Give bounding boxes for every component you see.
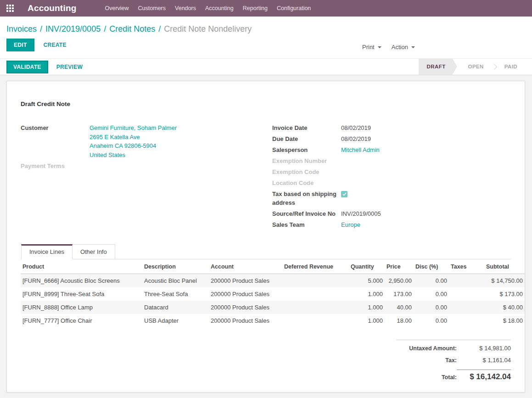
create-button[interactable]: CREATE	[38, 39, 72, 51]
caret-down-icon	[378, 46, 381, 48]
validate-button[interactable]: VALIDATE	[6, 61, 48, 73]
sheet-title: Draft Credit Note	[21, 81, 511, 107]
tab-other-info[interactable]: Other Info	[73, 244, 115, 259]
top-navbar: Accounting Overview Customers Vendors Ac…	[0, 0, 532, 17]
nav-item-configuration[interactable]: Configuration	[272, 0, 315, 17]
deferred-revenue-cell	[282, 287, 349, 301]
description-cell: Three-Seat Sofa	[142, 287, 209, 301]
total-value: $ 16,142.04	[457, 370, 511, 381]
untaxed-amount-label: Untaxed Amount:	[409, 345, 457, 352]
disc-cell: 0.00	[414, 314, 449, 327]
app-title[interactable]: Accounting	[28, 3, 77, 13]
salesperson-link[interactable]: Mitchell Admin	[341, 146, 380, 153]
tax-row: Tax: $ 1,161.04	[396, 357, 511, 364]
customer-name-link[interactable]: Gemini Furniture, Soham Palmer	[90, 123, 177, 133]
total-row: Total: $ 16,142.04	[396, 369, 511, 381]
quantity-cell: 5.000	[349, 274, 385, 288]
account-cell: 200000 Product Sales	[209, 301, 282, 314]
action-dropdown[interactable]: Action	[389, 41, 418, 53]
account-cell: 200000 Product Sales	[209, 314, 282, 327]
preview-button[interactable]: PREVIEW	[51, 62, 88, 73]
taxes-cell	[449, 314, 484, 327]
taxes-cell	[449, 287, 484, 301]
subtotal-cell: $ 40.00	[484, 301, 525, 314]
customer-street-link[interactable]: 2695 E Katella Ave	[90, 133, 177, 142]
subtotal-cell: $ 18.00	[484, 314, 525, 327]
field-due-date: Due Date 08/02/2019	[272, 135, 511, 143]
nav-item-reporting[interactable]: Reporting	[238, 0, 272, 17]
field-exemption-code: Exemption Code	[272, 168, 511, 176]
field-salesperson: Salesperson Mitchell Admin	[272, 146, 511, 154]
subtotal-cell: $ 173.00	[484, 287, 525, 301]
invoice-line-row[interactable]: [FURN_7777] Office Chair USB Adapter 200…	[21, 314, 525, 327]
invoice-line-row[interactable]: [FURN_6666] Acoustic Bloc Screens Acoust…	[21, 274, 525, 288]
status-step-open[interactable]: OPEN	[460, 59, 492, 75]
header-description[interactable]: Description	[142, 259, 209, 274]
tab-invoice-lines[interactable]: Invoice Lines	[21, 244, 73, 259]
header-deferred-revenue[interactable]: Deferred Revenue	[282, 259, 349, 274]
header-taxes[interactable]: Taxes	[449, 259, 484, 274]
deferred-revenue-cell	[282, 301, 349, 314]
customer-city-link[interactable]: Anaheim CA 92806-5904	[90, 141, 177, 151]
tax-shipping-checkbox[interactable]	[341, 191, 347, 197]
notebook: Invoice Lines Other Info Product Descrip…	[21, 244, 511, 381]
invoice-line-row[interactable]: [FURN_8888] Office Lamp Datacard 200000 …	[21, 301, 525, 314]
field-invoice-date: Invoice Date 08/02/2019	[272, 123, 511, 132]
field-source-ref: Source/Ref Invoice No INV/2019/0005	[272, 209, 511, 218]
invoice-date-label: Invoice Date	[272, 123, 341, 132]
control-panel-buttons: EDIT CREATE	[6, 39, 526, 51]
print-dropdown[interactable]: Print	[359, 41, 384, 53]
breadcrumb-separator: /	[40, 24, 42, 34]
invoice-line-row[interactable]: [FURN_8999] Three-Seat Sofa Three-Seat S…	[21, 287, 525, 301]
untaxed-amount-value: $ 14,981.00	[457, 345, 511, 352]
header-account[interactable]: Account	[209, 259, 282, 274]
description-cell: Datacard	[142, 301, 209, 314]
account-cell: 200000 Product Sales	[209, 287, 282, 301]
table-header-row: Product Description Account Deferred Rev…	[21, 259, 525, 274]
status-step-paid[interactable]: PAID	[496, 59, 526, 75]
breadcrumb-separator: /	[104, 24, 106, 34]
breadcrumb-current: Credit Note Nondelivery	[164, 24, 252, 34]
description-cell: Acoustic Bloc Panel	[142, 274, 209, 288]
header-quantity[interactable]: Quantity	[349, 259, 385, 274]
nav-item-overview[interactable]: Overview	[101, 0, 134, 17]
breadcrumb-separator: /	[158, 24, 161, 34]
status-step-draft[interactable]: DRAFT	[419, 59, 453, 75]
header-product[interactable]: Product	[21, 259, 142, 274]
breadcrumb-invoices[interactable]: Invoices	[6, 24, 37, 34]
customer-country-link[interactable]: United States	[90, 151, 177, 160]
description-cell: USB Adapter	[142, 314, 209, 327]
header-disc[interactable]: Disc (%)	[414, 259, 449, 274]
action-dropdowns: Print Action	[359, 41, 418, 53]
edit-button[interactable]: EDIT	[6, 39, 34, 51]
taxes-cell	[449, 274, 484, 288]
print-dropdown-label: Print	[362, 44, 375, 50]
sales-team-link[interactable]: Europe	[341, 221, 360, 228]
nav-item-accounting[interactable]: Accounting	[201, 0, 238, 17]
disc-cell: 0.00	[414, 274, 449, 288]
price-cell: 18.00	[385, 314, 414, 327]
navbar-menu: Overview Customers Vendors Accounting Re…	[101, 0, 316, 17]
payment-terms-label: Payment Terms	[21, 162, 90, 170]
apps-grid-icon[interactable]	[6, 4, 15, 12]
untaxed-amount-row: Untaxed Amount: $ 14,981.00	[396, 345, 511, 352]
sales-team-label: Sales Team	[272, 220, 341, 229]
source-ref-label: Source/Ref Invoice No	[272, 209, 341, 218]
totals-block: Untaxed Amount: $ 14,981.00 Tax: $ 1,161…	[396, 340, 511, 381]
quantity-cell: 1.000	[349, 301, 385, 314]
nav-item-vendors[interactable]: Vendors	[170, 0, 201, 17]
field-location-code: Location Code	[272, 179, 511, 187]
nav-item-customers[interactable]: Customers	[134, 0, 170, 17]
invoice-lines-table: Product Description Account Deferred Rev…	[21, 259, 525, 327]
header-price[interactable]: Price	[385, 259, 414, 274]
breadcrumb-credit-notes[interactable]: Credit Notes	[109, 24, 155, 34]
credit-note-sheet: Draft Credit Note Customer Gemini Furnit…	[6, 81, 525, 392]
product-cell: [FURN_6666] Acoustic Bloc Screens	[21, 274, 142, 288]
deferred-revenue-cell	[282, 274, 349, 288]
due-date-value: 08/02/2019	[341, 135, 371, 143]
field-exemption-number: Exemption Number	[272, 157, 511, 165]
header-subtotal[interactable]: Subtotal	[484, 259, 525, 274]
breadcrumb-invoice-number[interactable]: INV/2019/0005	[45, 24, 101, 34]
tax-value: $ 1,161.04	[457, 357, 511, 364]
checkmark-icon	[342, 192, 347, 196]
